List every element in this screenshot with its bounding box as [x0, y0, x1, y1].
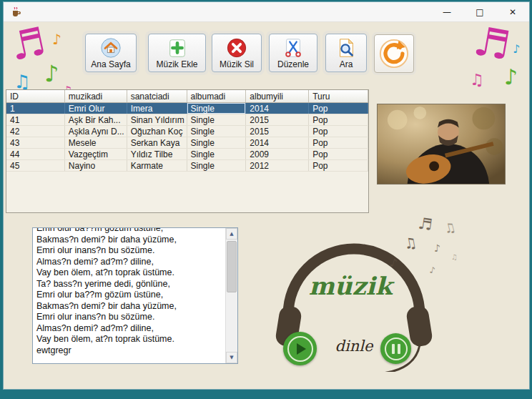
cell-turu[interactable]: Pop	[309, 114, 368, 125]
lyrics-line: Almas?n demi? ad?m? diline,	[36, 257, 222, 268]
muzik-label: müzik	[300, 272, 400, 300]
lyrics-line: Bakmas?n demi? bir daha yüzüme,	[36, 235, 222, 246]
cell-muzikadi[interactable]: Emri Olur	[65, 103, 127, 114]
cell-turu[interactable]: Pop	[309, 126, 368, 137]
play-icon	[297, 343, 306, 355]
table-row[interactable]: 41 Aşk Bir Kah... Sinan Yıldırım Single …	[6, 114, 368, 126]
cell-sanatciadi[interactable]: Oğuzhan Koç	[127, 126, 187, 137]
music-note-icon: ♪	[513, 44, 520, 55]
lyrics-line: Almas?n demi? ad?m? diline,	[36, 323, 222, 335]
cell-sanatciadi[interactable]: Yıldız Tilbe	[127, 149, 187, 159]
search-icon	[335, 37, 357, 59]
play-button[interactable]	[283, 332, 317, 365]
cell-turu[interactable]: Pop	[309, 149, 368, 159]
app-window: — □ ✕ ♬ ♪ ♫ ♪ ♫ ♬ ♪ ♫ ♪ Ana Sayfa	[4, 2, 529, 389]
music-note-icon: ♫	[443, 220, 457, 235]
cell-sanatciadi[interactable]: Serkan Kaya	[127, 137, 187, 148]
pause-icon	[392, 344, 400, 354]
close-button[interactable]: ✕	[496, 2, 529, 21]
cell-turu[interactable]: Pop	[309, 160, 368, 171]
cell-sanatciadi[interactable]: Sinan Yıldırım	[127, 114, 187, 125]
cell-albumadi[interactable]: Single	[187, 114, 247, 125]
cell-albumyili[interactable]: 2012	[246, 160, 309, 171]
lyrics-line: Bakmas?n demi? bir daha yüzüme,	[36, 301, 222, 312]
cell-muzikadi[interactable]: Nayino	[65, 160, 127, 171]
refresh-button[interactable]	[374, 34, 414, 73]
edit-button[interactable]: Düzenle	[269, 34, 317, 72]
column-header-turu[interactable]: Turu	[309, 90, 368, 102]
table-row[interactable]: 45 Nayino Karmate Single 2012 Pop	[6, 160, 368, 172]
lyrics-panel: Emri olur ba??m gözüm üstüne, Bakmas?n d…	[32, 227, 238, 364]
lyrics-line: Vay ben ölem, at?n toprak üstüme.	[36, 267, 222, 279]
scrollbar-thumb[interactable]	[227, 241, 237, 292]
home-button[interactable]: Ana Sayfa	[85, 34, 137, 72]
cell-albumyili[interactable]: 2015	[246, 114, 309, 125]
desktop-background: — □ ✕ ♬ ♪ ♫ ♪ ♫ ♬ ♪ ♫ ♪ Ana Sayfa	[0, 0, 532, 399]
scroll-up-icon[interactable]: ▲	[226, 228, 237, 240]
home-button-label: Ana Sayfa	[91, 59, 130, 69]
cell-id[interactable]: 43	[6, 137, 65, 148]
column-header-sanatciadi[interactable]: sanatciadi	[127, 90, 187, 102]
titlebar[interactable]: — □ ✕	[4, 2, 529, 22]
music-note-icon: ♫	[470, 72, 484, 88]
column-header-albumyili[interactable]: albumyili	[246, 90, 309, 102]
music-note-icon: ♬	[7, 22, 49, 66]
cell-muzikadi[interactable]: Mesele	[65, 137, 127, 148]
cell-albumadi[interactable]: Single	[187, 126, 247, 137]
scissors-icon	[282, 37, 304, 59]
cell-id[interactable]: 45	[6, 160, 65, 171]
delete-music-button-label: Müzik Sil	[220, 59, 254, 69]
music-note-icon: ♬	[471, 22, 513, 66]
home-icon	[100, 37, 122, 59]
table-row[interactable]: 44 Vazgeçtim Yıldız Tilbe Single 2009 Po…	[6, 149, 368, 160]
pause-button-ring	[385, 338, 408, 360]
add-music-button[interactable]: Müzik Ekle	[148, 34, 206, 72]
cell-albumadi[interactable]: Single	[187, 137, 247, 148]
cell-muzikadi[interactable]: Vazgeçtim	[65, 149, 127, 159]
music-note-icon: ♪	[504, 66, 518, 88]
cell-albumadi[interactable]: Single	[187, 149, 247, 159]
cell-turu[interactable]: Pop	[309, 103, 368, 114]
cell-sanatciadi[interactable]: Imera	[127, 103, 187, 114]
lyrics-line: Vay ben ölem, at?n toprak üstüme.	[36, 334, 222, 345]
lyrics-scrollbar[interactable]: ▲ ▼	[225, 228, 237, 363]
cell-albumyili[interactable]: 2014	[246, 103, 309, 114]
cell-id[interactable]: 42	[6, 126, 65, 137]
cell-sanatciadi[interactable]: Karmate	[127, 160, 187, 171]
cell-id[interactable]: 44	[6, 149, 65, 159]
delete-icon	[226, 37, 247, 59]
column-header-id[interactable]: ID	[6, 90, 65, 102]
add-music-button-label: Müzik Ekle	[156, 59, 197, 69]
lyrics-textarea[interactable]: Emri olur ba??m gözüm üstüne, Bakmas?n d…	[33, 228, 225, 363]
lyrics-line: Ta? bass?n yerime dedi, gönlüne,	[36, 279, 222, 290]
delete-music-button[interactable]: Müzik Sil	[212, 34, 262, 72]
search-button-label: Ara	[340, 59, 353, 69]
minimize-button[interactable]: —	[430, 2, 463, 21]
table-row[interactable]: 42 Aşkla Aynı D... Oğuzhan Koç Single 20…	[6, 126, 368, 137]
cell-albumadi[interactable]: Single	[187, 103, 247, 114]
window-controls: — □ ✕	[430, 2, 529, 21]
cell-muzikadi[interactable]: Aşk Bir Kah...	[65, 114, 127, 125]
cell-muzikadi[interactable]: Aşkla Aynı D...	[65, 126, 127, 137]
lyrics-line: Emri olur ba??m gözüm üstüne,	[36, 228, 222, 235]
refresh-icon	[379, 39, 409, 69]
edit-button-label: Düzenle	[277, 59, 309, 69]
cell-id[interactable]: 1	[6, 103, 65, 114]
cell-albumyili[interactable]: 2015	[246, 126, 309, 137]
music-note-icon: ♪	[44, 62, 59, 85]
cell-turu[interactable]: Pop	[309, 137, 368, 148]
cell-albumyili[interactable]: 2014	[246, 137, 309, 148]
table-row-selected[interactable]: 1 Emri Olur Imera Single 2014 Pop	[6, 103, 368, 114]
music-note-icon: ♪	[52, 32, 61, 46]
column-header-albumadi[interactable]: albumadi	[187, 90, 247, 102]
column-header-muzikadi[interactable]: muzikadi	[65, 90, 127, 102]
pause-button[interactable]	[380, 333, 411, 364]
scroll-down-icon[interactable]: ▼	[226, 352, 237, 363]
cell-id[interactable]: 41	[6, 114, 65, 125]
table-header: ID muzikadi sanatciadi albumadi albumyil…	[6, 90, 368, 103]
search-button[interactable]: Ara	[325, 34, 367, 72]
table-row[interactable]: 43 Mesele Serkan Kaya Single 2014 Pop	[6, 137, 368, 149]
cell-albumadi[interactable]: Single	[187, 160, 247, 171]
maximize-button[interactable]: □	[463, 2, 496, 21]
cell-albumyili[interactable]: 2009	[246, 149, 309, 159]
